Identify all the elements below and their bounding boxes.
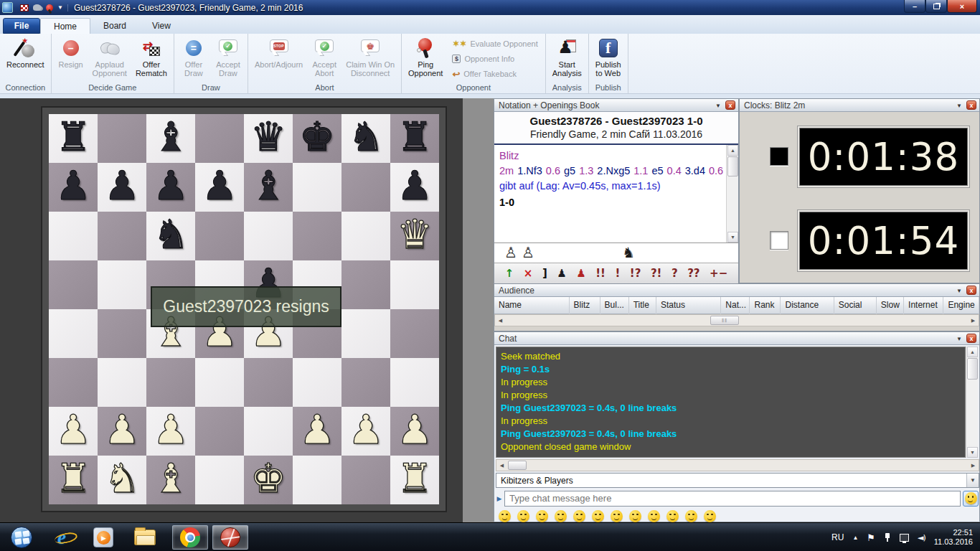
board-square[interactable]: ♟	[390, 163, 439, 212]
move-token[interactable]: 3.d4	[685, 165, 705, 176]
board-square[interactable]: ♞	[146, 212, 195, 260]
board-square[interactable]: ♟	[146, 407, 195, 456]
black-king[interactable]: ♚	[293, 114, 341, 163]
move-list[interactable]: Blitz 2m1.Nf30.6g51.32.Nxg51.1e50.43.d40…	[494, 145, 726, 242]
scroll-right-icon[interactable]: ▶	[968, 316, 979, 325]
audience-panel-header[interactable]: Audience ▼ x	[494, 284, 979, 297]
board-square[interactable]: ♟	[195, 163, 244, 212]
move-token[interactable]: 1.Nf3	[517, 165, 542, 176]
emoticon-icon[interactable]	[629, 510, 641, 522]
board-square[interactable]: ♟	[49, 407, 98, 456]
black-rook[interactable]: ♜	[390, 114, 439, 163]
white-pawn[interactable]: ♟	[98, 407, 146, 456]
taskbar-chrome[interactable]	[172, 525, 208, 550]
board-square[interactable]: ♜	[390, 114, 439, 163]
action-center-flag-icon[interactable]: ⚑	[867, 532, 875, 543]
move-token[interactable]: g5	[564, 165, 575, 176]
book-piece-icon[interactable]: ♙	[522, 244, 534, 261]
board-square[interactable]	[49, 309, 98, 358]
black-bishop[interactable]: ♝	[244, 163, 293, 212]
board-square[interactable]: ♛	[244, 114, 293, 163]
annotation-black-piece-icon[interactable]: ♟	[557, 267, 566, 280]
publish-to-web-button[interactable]: f Publish to Web	[592, 35, 625, 83]
resign-flag-icon[interactable]	[20, 4, 29, 11]
emoticon-icon[interactable]	[648, 510, 660, 522]
board-square[interactable]: ♝	[146, 114, 195, 163]
annotation-maroon-icon[interactable]: +−	[710, 267, 727, 280]
audience-column-header[interactable]: Slow	[877, 297, 904, 314]
annotation-red-piece-icon[interactable]: ♟	[576, 267, 585, 280]
emoticon-icon[interactable]	[573, 510, 585, 522]
chat-message-list[interactable]: Seek matchedPing = 0.1sIn progressIn pro…	[496, 347, 966, 458]
chat-panel-header[interactable]: Chat ▼ x	[494, 332, 979, 345]
board-square[interactable]: ♚	[293, 114, 341, 163]
board-square[interactable]	[390, 260, 439, 309]
accept-draw-button[interactable]: ✓ Accept Draw	[212, 35, 245, 83]
close-button[interactable]: ×	[947, 0, 977, 13]
speaker-icon[interactable]: ◄)	[918, 533, 925, 542]
chat-dropdown-icon[interactable]: ▼	[956, 336, 962, 342]
white-pawn[interactable]: ♟	[146, 407, 195, 456]
move-token[interactable]: 0.6	[546, 165, 560, 176]
board-square[interactable]: ♟	[98, 407, 146, 456]
black-bishop[interactable]: ♝	[146, 114, 195, 163]
black-pawn[interactable]: ♟	[195, 163, 244, 212]
board-square[interactable]	[195, 456, 244, 504]
white-knight[interactable]: ♞	[98, 456, 146, 504]
annotation-red-x-icon[interactable]: ×	[524, 267, 533, 280]
audience-column-header[interactable]: Blitz	[570, 297, 600, 314]
scroll-thumb[interactable]	[508, 461, 527, 470]
board-square[interactable]	[146, 358, 195, 407]
abort-adjourn-button[interactable]: STOP Abort/Adjourn	[251, 35, 306, 83]
board-square[interactable]: ♜	[49, 114, 98, 163]
black-knight[interactable]: ♞	[146, 212, 195, 260]
opponent-info-button[interactable]: $ Opponent Info	[452, 52, 537, 65]
chat-hscrollbar[interactable]: ◀ ▶	[496, 459, 979, 471]
offer-draw-button[interactable]: = Offer Draw	[177, 35, 210, 83]
white-bishop[interactable]: ♝	[146, 456, 195, 504]
scroll-up-icon[interactable]: ▲	[727, 145, 738, 156]
board-square[interactable]: ♞	[341, 114, 390, 163]
board-square[interactable]	[98, 212, 146, 260]
black-pawn[interactable]: ♟	[390, 163, 439, 212]
board-square[interactable]	[390, 358, 439, 407]
audience-column-header[interactable]: Nat...	[721, 297, 750, 314]
chevron-down-icon[interactable]: ▼	[966, 474, 979, 487]
white-pawn[interactable]: ♟	[293, 407, 341, 456]
white-rook[interactable]: ♜	[49, 456, 98, 504]
board-square[interactable]: ♟	[341, 407, 390, 456]
emoticon-icon[interactable]	[704, 510, 716, 522]
board-square[interactable]: ♞	[98, 456, 146, 504]
notation-scrollbar[interactable]: ▲ ▼	[726, 145, 738, 242]
white-pawn[interactable]: ♟	[341, 407, 390, 456]
start-analysis-button[interactable]: ♟ Start Analysis	[549, 35, 585, 83]
white-rook[interactable]: ♜	[390, 456, 439, 504]
board-square[interactable]	[98, 114, 146, 163]
notation-panel-header[interactable]: Notation + Openings Book ▼ x	[494, 99, 738, 112]
ping-opponent-button[interactable]: Ping Opponent	[405, 35, 446, 83]
board-square[interactable]	[195, 358, 244, 407]
power-plug-icon[interactable]	[884, 533, 891, 542]
openings-book-strip[interactable]: ♙♙♞	[494, 242, 738, 263]
scroll-left-icon[interactable]: ◀	[495, 316, 506, 325]
emoticon-icon[interactable]	[555, 510, 567, 522]
taskbar-internet-explorer[interactable]: e	[46, 525, 77, 550]
network-icon[interactable]	[900, 534, 909, 542]
board-square[interactable]	[341, 260, 390, 309]
reconnect-button[interactable]: ★ Reconnect	[3, 35, 48, 83]
board-square[interactable]	[49, 260, 98, 309]
emoticon-icon[interactable]	[666, 510, 679, 522]
ping-paddle-icon[interactable]	[46, 4, 53, 11]
resign-button[interactable]: – Resign	[55, 35, 88, 83]
board-square[interactable]	[293, 212, 341, 260]
emoticon-icon[interactable]	[592, 510, 604, 522]
board-square[interactable]: ♟	[98, 163, 146, 212]
black-queen[interactable]: ♛	[244, 114, 293, 163]
chat-channel-select[interactable]: Kibitzers & Players ▼	[496, 473, 979, 488]
move-token[interactable]: 0.4	[667, 165, 682, 176]
accept-abort-button[interactable]: ✓ Accept Abort	[308, 35, 341, 83]
black-pawn[interactable]: ♟	[49, 163, 98, 212]
tab-home[interactable]: Home	[40, 18, 90, 34]
app-icon[interactable]	[2, 2, 13, 13]
emoticon-icon[interactable]	[685, 510, 697, 522]
